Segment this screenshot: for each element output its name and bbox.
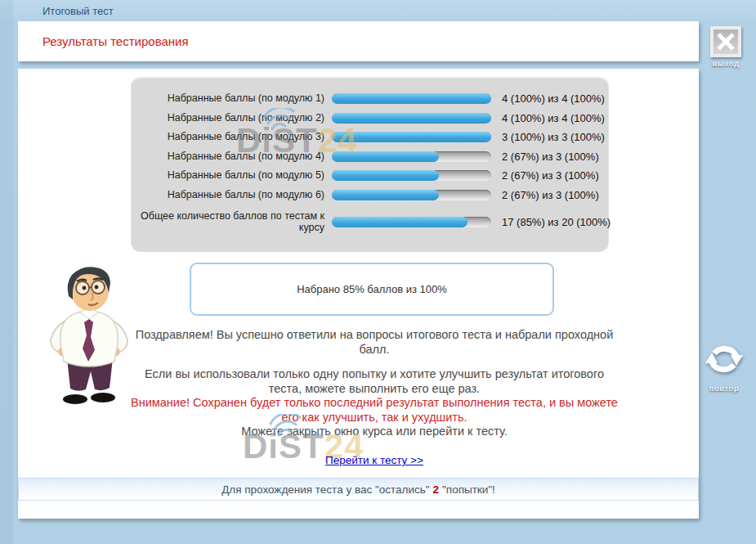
results-rows: Набранные баллы (по модулю 1) 4 (100%) и… [131,77,609,239]
progress-bar-fill [332,151,439,162]
progress-bar [332,217,491,227]
result-row: Общее количество баллов по тестам к курс… [131,205,609,239]
progress-bar-fill [332,170,439,181]
result-row-value: 3 (100%) из 3 (100%) [502,131,605,143]
congrats-text: Поздравляем! Вы успешно ответили на вопр… [129,328,620,357]
exit-button-label: выход [705,59,747,68]
content-panel: Набранные баллы (по модулю 1) 4 (100%) и… [18,69,699,519]
result-row-value: 4 (100%) из 4 (100%) [502,92,605,105]
progress-bar-fill [332,132,491,142]
result-row-label: Набранные баллы (по модулю 1) [131,93,332,105]
result-row-value: 2 (67%) из 3 (100%) [502,189,599,201]
result-row: Набранные баллы (по модулю 3) 3 (100%) и… [131,128,609,147]
retry-info-text: Если вы использовали только одну попытку… [129,367,620,396]
result-row-value: 4 (100%) из 4 (100%) [502,112,605,124]
progress-bar-fill [332,93,491,104]
result-row: Набранные баллы (по модулю 4) 2 (67%) из… [131,147,609,167]
progress-bar [332,93,491,104]
result-row: Набранные баллы (по модулю 1) 4 (100%) и… [131,89,609,109]
progress-bar-fill [332,113,491,124]
attempts-prefix: Для прохождения теста у вас "остались" [221,483,429,496]
exit-button[interactable]: выход [705,26,747,68]
attempts-count: 2 [433,483,440,496]
score-summary-text: Набрано 85% баллов из 100% [297,283,447,295]
close-icon [710,26,741,57]
results-panel: Набранные баллы (по модулю 1) 4 (100%) и… [131,77,609,252]
warning-text: Внимание! Сохранен будет только последни… [129,396,620,425]
progress-bar [332,132,491,142]
close-info-text: Можете закрыть окно курса или перейти к … [129,425,620,439]
result-row-label: Набранные баллы (по модулю 2) [131,113,332,124]
progress-bar [332,113,491,124]
progress-bar [332,151,491,162]
result-row: Набранные баллы (по модулю 6) 2 (67%) из… [131,186,609,205]
result-message: Поздравляем! Вы успешно ответили на вопр… [129,328,620,439]
result-row: Набранные баллы (по модулю 2) 4 (100%) и… [131,109,609,128]
attempts-suffix: "попытки"! [442,483,495,496]
refresh-icon [704,339,745,379]
app-window: Итоговый тест Результаты тестирования На… [0,0,756,544]
result-row-value: 17 (85%) из 20 (100%) [502,216,611,228]
score-summary-box: Набрано 85% баллов из 100% [190,263,554,316]
window-title: Итоговый тест [42,5,114,17]
result-row-label: Набранные баллы (по модулю 5) [131,170,332,182]
result-row-value: 2 (67%) из 3 (100%) [502,169,599,182]
progress-bar-fill [332,190,439,200]
result-row-label: Набранные баллы (по модулю 4) [131,151,332,163]
result-row-label: Общее количество баллов по тестам к курс… [131,210,332,234]
progress-bar-fill [332,217,467,227]
header-panel: Результаты тестирования [18,21,699,61]
repeat-button[interactable]: повтор [703,339,745,393]
result-row-label: Набранные баллы (по модулю 3) [131,132,332,143]
page-title: Результаты тестирования [42,34,699,48]
tutor-character-illustration [41,262,137,409]
progress-bar [332,170,491,181]
result-row-label: Набранные баллы (по модулю 6) [131,190,332,201]
result-row-value: 2 (67%) из 3 (100%) [502,151,599,163]
result-row: Набранные баллы (по модулю 5) 2 (67%) из… [131,166,609,186]
repeat-button-label: повтор [703,384,745,393]
attempts-bar: Для прохождения теста у вас "остались" 2… [18,478,699,501]
go-to-test-link[interactable]: Перейти к тесту >> [325,454,423,466]
progress-bar [332,190,491,200]
